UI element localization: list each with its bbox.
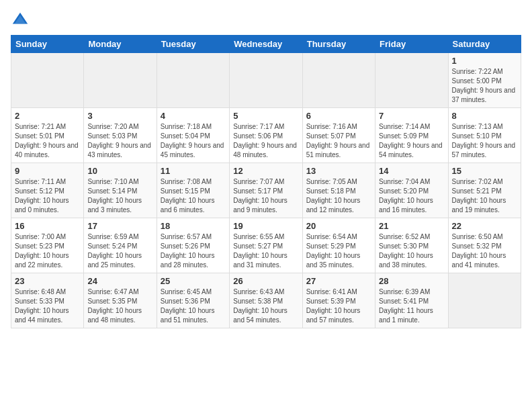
logo-icon (11, 11, 30, 30)
day-of-week-header: Friday (375, 36, 448, 53)
day-info: Sunrise: 7:20 AM Sunset: 5:03 PM Dayligh… (87, 122, 152, 160)
calendar-cell: 1Sunrise: 7:22 AM Sunset: 5:00 PM Daylig… (448, 53, 521, 108)
calendar-cell: 15Sunrise: 7:02 AM Sunset: 5:21 PM Dayli… (448, 163, 521, 218)
day-info: Sunrise: 7:00 AM Sunset: 5:23 PM Dayligh… (15, 232, 80, 270)
day-number: 11 (161, 166, 226, 176)
calendar-cell: 25Sunrise: 6:45 AM Sunset: 5:36 PM Dayli… (157, 273, 229, 328)
day-of-week-header: Tuesday (157, 36, 229, 53)
calendar-cell: 20Sunrise: 6:54 AM Sunset: 5:29 PM Dayli… (302, 218, 375, 273)
day-number: 16 (15, 221, 80, 231)
calendar-cell: 18Sunrise: 6:57 AM Sunset: 5:26 PM Dayli… (157, 218, 229, 273)
day-info: Sunrise: 7:14 AM Sunset: 5:09 PM Dayligh… (379, 122, 444, 160)
calendar-cell: 28Sunrise: 6:39 AM Sunset: 5:41 PM Dayli… (375, 273, 448, 328)
day-number: 2 (15, 111, 80, 121)
day-info: Sunrise: 7:11 AM Sunset: 5:12 PM Dayligh… (15, 177, 80, 215)
day-number: 22 (452, 221, 517, 231)
calendar-cell: 24Sunrise: 6:47 AM Sunset: 5:35 PM Dayli… (84, 273, 157, 328)
calendar-cell: 26Sunrise: 6:43 AM Sunset: 5:38 PM Dayli… (230, 273, 302, 328)
day-number: 26 (233, 276, 298, 286)
calendar-cell (375, 53, 448, 108)
day-info: Sunrise: 7:18 AM Sunset: 5:04 PM Dayligh… (161, 122, 226, 160)
day-info: Sunrise: 7:08 AM Sunset: 5:15 PM Dayligh… (161, 177, 226, 215)
day-info: Sunrise: 7:10 AM Sunset: 5:14 PM Dayligh… (87, 177, 152, 215)
day-info: Sunrise: 7:04 AM Sunset: 5:20 PM Dayligh… (379, 177, 444, 215)
day-info: Sunrise: 7:02 AM Sunset: 5:21 PM Dayligh… (452, 177, 517, 215)
calendar-cell: 12Sunrise: 7:07 AM Sunset: 5:17 PM Dayli… (230, 163, 302, 218)
calendar-cell: 4Sunrise: 7:18 AM Sunset: 5:04 PM Daylig… (157, 108, 229, 163)
day-info: Sunrise: 6:45 AM Sunset: 5:36 PM Dayligh… (161, 287, 226, 325)
day-number: 17 (87, 221, 152, 231)
logo (11, 11, 32, 30)
day-info: Sunrise: 6:48 AM Sunset: 5:33 PM Dayligh… (15, 287, 80, 325)
calendar-week-row: 23Sunrise: 6:48 AM Sunset: 5:33 PM Dayli… (11, 273, 521, 328)
calendar-cell: 3Sunrise: 7:20 AM Sunset: 5:03 PM Daylig… (84, 108, 157, 163)
day-info: Sunrise: 6:39 AM Sunset: 5:41 PM Dayligh… (379, 287, 444, 325)
calendar-cell (448, 273, 521, 328)
calendar-cell (157, 53, 229, 108)
day-of-week-header: Saturday (448, 36, 521, 53)
calendar-week-row: 2Sunrise: 7:21 AM Sunset: 5:01 PM Daylig… (11, 108, 521, 163)
calendar-week-row: 9Sunrise: 7:11 AM Sunset: 5:12 PM Daylig… (11, 163, 521, 218)
calendar-header-row: SundayMondayTuesdayWednesdayThursdayFrid… (11, 36, 521, 53)
day-number: 21 (379, 221, 444, 231)
day-number: 14 (379, 166, 444, 176)
day-info: Sunrise: 7:13 AM Sunset: 5:10 PM Dayligh… (452, 122, 517, 160)
day-of-week-header: Thursday (302, 36, 375, 53)
day-info: Sunrise: 7:07 AM Sunset: 5:17 PM Dayligh… (233, 177, 298, 215)
calendar-cell: 9Sunrise: 7:11 AM Sunset: 5:12 PM Daylig… (11, 163, 84, 218)
day-of-week-header: Wednesday (230, 36, 302, 53)
day-info: Sunrise: 6:54 AM Sunset: 5:29 PM Dayligh… (306, 232, 371, 270)
day-info: Sunrise: 6:43 AM Sunset: 5:38 PM Dayligh… (233, 287, 298, 325)
day-info: Sunrise: 6:59 AM Sunset: 5:24 PM Dayligh… (87, 232, 152, 270)
day-number: 3 (87, 111, 152, 121)
day-info: Sunrise: 6:55 AM Sunset: 5:27 PM Dayligh… (233, 232, 298, 270)
calendar-cell: 10Sunrise: 7:10 AM Sunset: 5:14 PM Dayli… (84, 163, 157, 218)
day-number: 9 (15, 166, 80, 176)
calendar-cell: 21Sunrise: 6:52 AM Sunset: 5:30 PM Dayli… (375, 218, 448, 273)
day-number: 4 (161, 111, 226, 121)
day-info: Sunrise: 7:05 AM Sunset: 5:18 PM Dayligh… (306, 177, 371, 215)
calendar-cell: 23Sunrise: 6:48 AM Sunset: 5:33 PM Dayli… (11, 273, 84, 328)
day-info: Sunrise: 6:57 AM Sunset: 5:26 PM Dayligh… (161, 232, 226, 270)
day-number: 25 (161, 276, 226, 286)
calendar-table: SundayMondayTuesdayWednesdayThursdayFrid… (11, 35, 521, 328)
calendar-cell: 8Sunrise: 7:13 AM Sunset: 5:10 PM Daylig… (448, 108, 521, 163)
calendar-cell: 27Sunrise: 6:41 AM Sunset: 5:39 PM Dayli… (302, 273, 375, 328)
day-number: 19 (233, 221, 298, 231)
calendar-cell: 17Sunrise: 6:59 AM Sunset: 5:24 PM Dayli… (84, 218, 157, 273)
calendar-cell (84, 53, 157, 108)
day-number: 18 (161, 221, 226, 231)
calendar-cell (302, 53, 375, 108)
day-info: Sunrise: 6:47 AM Sunset: 5:35 PM Dayligh… (87, 287, 152, 325)
day-number: 12 (233, 166, 298, 176)
calendar-cell: 16Sunrise: 7:00 AM Sunset: 5:23 PM Dayli… (11, 218, 84, 273)
day-number: 1 (452, 56, 517, 66)
calendar-cell: 6Sunrise: 7:16 AM Sunset: 5:07 PM Daylig… (302, 108, 375, 163)
day-number: 23 (15, 276, 80, 286)
calendar-cell: 22Sunrise: 6:50 AM Sunset: 5:32 PM Dayli… (448, 218, 521, 273)
day-number: 8 (452, 111, 517, 121)
day-info: Sunrise: 7:17 AM Sunset: 5:06 PM Dayligh… (233, 122, 298, 160)
day-number: 28 (379, 276, 444, 286)
day-info: Sunrise: 6:41 AM Sunset: 5:39 PM Dayligh… (306, 287, 371, 325)
calendar-cell (230, 53, 302, 108)
day-number: 27 (306, 276, 371, 286)
calendar-week-row: 1Sunrise: 7:22 AM Sunset: 5:00 PM Daylig… (11, 53, 521, 108)
day-of-week-header: Sunday (11, 36, 84, 53)
day-info: Sunrise: 6:50 AM Sunset: 5:32 PM Dayligh… (452, 232, 517, 270)
calendar-cell: 14Sunrise: 7:04 AM Sunset: 5:20 PM Dayli… (375, 163, 448, 218)
day-number: 5 (233, 111, 298, 121)
page-header (11, 11, 521, 30)
day-number: 7 (379, 111, 444, 121)
day-number: 6 (306, 111, 371, 121)
day-info: Sunrise: 7:16 AM Sunset: 5:07 PM Dayligh… (306, 122, 371, 160)
day-number: 15 (452, 166, 517, 176)
calendar-cell (11, 53, 84, 108)
calendar-cell: 7Sunrise: 7:14 AM Sunset: 5:09 PM Daylig… (375, 108, 448, 163)
day-number: 24 (87, 276, 152, 286)
calendar-cell: 11Sunrise: 7:08 AM Sunset: 5:15 PM Dayli… (157, 163, 229, 218)
day-number: 20 (306, 221, 371, 231)
calendar-week-row: 16Sunrise: 7:00 AM Sunset: 5:23 PM Dayli… (11, 218, 521, 273)
day-info: Sunrise: 7:22 AM Sunset: 5:00 PM Dayligh… (452, 67, 517, 105)
calendar-cell: 13Sunrise: 7:05 AM Sunset: 5:18 PM Dayli… (302, 163, 375, 218)
